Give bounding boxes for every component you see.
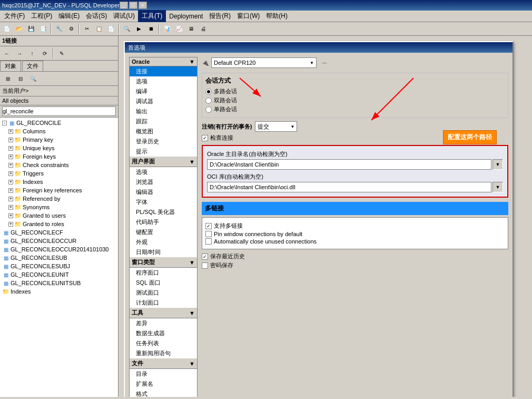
nav-group-oracle[interactable]: Oracle ▼ — [130, 57, 197, 66]
nav-item-ext[interactable]: 扩展名 — [130, 379, 197, 389]
toolbar-save[interactable]: 💾 — [25, 23, 37, 35]
tree-primary-key[interactable]: + 📁 Primary key — [1, 135, 117, 144]
left-btn-forward[interactable]: → — [14, 47, 25, 59]
toolbar-paste[interactable]: 📄 — [105, 23, 117, 35]
menu-window[interactable]: 窗口(W) — [234, 11, 263, 22]
close-button[interactable]: × — [139, 2, 147, 9]
expand-syn[interactable]: + — [8, 205, 13, 210]
logout-dropdown[interactable]: 提交 ▼ — [255, 121, 297, 132]
nav-item-browser[interactable]: 浏览器 — [130, 177, 197, 187]
tree-synonyms[interactable]: + 📁 Synonyms — [1, 203, 117, 211]
nav-item-tasklist[interactable]: 任务列表 — [130, 338, 197, 348]
nav-item-keymapping[interactable]: 键配置 — [130, 227, 197, 237]
nav-item-compile[interactable]: 编译 — [130, 86, 197, 96]
radio-single-session[interactable]: 单路会话 — [205, 105, 505, 113]
nav-item-test-window[interactable]: 测试面口 — [130, 288, 197, 298]
tree-table-subj[interactable]: ▦ GL_RECONCILESUBJ — [1, 262, 117, 270]
support-multi-conn-check[interactable] — [205, 223, 212, 229]
tree-table-occur[interactable]: ▦ GL_RECONCILEOCCUR — [1, 237, 117, 245]
nav-item-debugger[interactable]: 调试器 — [130, 96, 197, 106]
toolbar-save-all[interactable]: 📑 — [37, 23, 49, 35]
toolbar-btn5[interactable]: 🖥 — [185, 23, 197, 35]
expand-fk[interactable]: + — [8, 154, 13, 159]
tab-files[interactable]: 文件 — [22, 61, 43, 71]
nav-item-data-gen[interactable]: 数据生成器 — [130, 328, 197, 338]
menu-deployment[interactable]: Deployment — [166, 12, 206, 21]
nav-item-editor[interactable]: 编辑器 — [130, 187, 197, 197]
nav-group-ui[interactable]: 用户界面 ▼ — [130, 157, 197, 167]
nav-item-font[interactable]: 字体 — [130, 197, 197, 207]
tree-referenced-by[interactable]: + 📁 Referenced by — [1, 194, 117, 203]
toolbar-new[interactable]: 📄 — [1, 23, 13, 35]
tab-objects[interactable]: 对象 — [0, 61, 21, 71]
nav-item-overview[interactable]: 概览图 — [130, 126, 197, 137]
auto-close-check[interactable] — [205, 238, 212, 245]
toolbar-btn6[interactable]: 🖨 — [198, 23, 209, 35]
toolbar-run[interactable]: ▶ — [133, 23, 145, 35]
menu-edit[interactable]: 编辑(E) — [55, 11, 83, 22]
expand-pk[interactable]: + — [8, 138, 13, 142]
nav-item-login-history[interactable]: 登录历史 — [130, 137, 197, 147]
tree-indexes-extra[interactable]: 📁 Indexes — [1, 287, 117, 296]
left-btn-new[interactable]: ✎ — [56, 47, 67, 59]
oracle-home-input[interactable] — [207, 159, 491, 170]
expand-cc[interactable]: + — [8, 163, 13, 168]
nav-item-beautifier[interactable]: PL/SQL 美化器 — [130, 207, 197, 217]
nav-group-window[interactable]: 窗口类型 ▼ — [130, 257, 197, 268]
tree-granted-roles[interactable]: + 📁 Granted to roles — [1, 220, 117, 228]
nav-item-datetime[interactable]: 日期/时间 — [130, 247, 197, 257]
nav-item-ui-options[interactable]: 选项 — [130, 167, 197, 177]
toolbar-btn2[interactable]: ⚙ — [65, 23, 77, 35]
expand-root[interactable]: - — [2, 121, 7, 125]
oci-lib-input[interactable] — [207, 182, 491, 192]
minimize-button[interactable]: _ — [120, 2, 128, 9]
nav-item-connection[interactable]: 连接 — [130, 66, 197, 76]
tree-foreign-keys[interactable]: + 📁 Foreign keys — [1, 152, 117, 161]
toolbar-open[interactable]: 📂 — [13, 23, 25, 35]
menu-help[interactable]: 帮助(H) — [263, 11, 291, 22]
nav-item-appearance[interactable]: 外观 — [130, 237, 197, 247]
radio-multi-session[interactable]: 多路会话 — [205, 87, 505, 95]
left-btn-refresh[interactable]: ⟳ — [39, 47, 51, 59]
tree-columns[interactable]: + 📁 Columns — [1, 127, 117, 135]
expand-fkr[interactable]: + — [8, 188, 13, 193]
radio-dual-session[interactable]: 双路会话 — [205, 96, 505, 104]
toolbar-cut[interactable]: ✂ — [81, 23, 93, 35]
filter-btn-1[interactable]: ⊞ — [2, 73, 14, 84]
expand-rb[interactable]: + — [8, 197, 13, 201]
tree-root[interactable]: - ▦ GL_RECONCILE — [1, 119, 117, 127]
nav-item-program-window[interactable]: 程序面口 — [130, 268, 197, 278]
profile-more-btn[interactable]: ··· — [319, 57, 330, 69]
nav-item-dir[interactable]: 目录 — [130, 369, 197, 379]
menu-debug[interactable]: 调试(U) — [110, 11, 138, 22]
expand-gu[interactable]: + — [8, 213, 13, 218]
menu-report[interactable]: 报告(R) — [206, 11, 234, 22]
tree-triggers[interactable]: + 📁 Triggers — [1, 169, 117, 178]
tree-fk-references[interactable]: + 📁 Foreign key references — [1, 186, 117, 194]
expand-tr[interactable]: + — [8, 171, 13, 176]
tree-table-unitsub[interactable]: ▦ GL_RECONCILEUNITSUB — [1, 279, 117, 287]
menu-tools[interactable]: 工具(T) — [138, 10, 166, 22]
expand-uk[interactable]: + — [8, 146, 13, 151]
filter-btn-3[interactable]: 🔍 — [27, 73, 39, 84]
nav-item-plan-window[interactable]: 计划面口 — [130, 298, 197, 308]
left-btn-back[interactable]: ← — [1, 47, 13, 59]
nav-item-reuse-stmt[interactable]: 重新阅用语句 — [130, 348, 197, 358]
toolbar-find[interactable]: 🔍 — [121, 23, 133, 35]
tree-table-sub[interactable]: ▦ GL_RECONCILESUB — [1, 254, 117, 262]
tree-table-unit[interactable]: ▦ GL_RECONCILEUNIT — [1, 270, 117, 279]
menu-project[interactable]: 工程(P) — [28, 11, 55, 22]
save-history-check[interactable] — [202, 254, 208, 260]
nav-item-code-assistant[interactable]: 代码助手 — [130, 217, 197, 227]
nav-item-diff[interactable]: 差异 — [130, 318, 197, 328]
left-btn-up[interactable]: ↑ — [26, 47, 38, 59]
nav-item-sql-window[interactable]: SQL 面口 — [130, 278, 197, 288]
nav-item-trace[interactable]: 跟踪 — [130, 116, 197, 126]
expand-columns[interactable]: + — [8, 129, 13, 134]
nav-item-tips[interactable]: 提示 — [130, 147, 197, 157]
tree-unique-keys[interactable]: + 📁 Unique keys — [1, 144, 117, 152]
nav-item-format[interactable]: 格式 — [130, 389, 197, 397]
pin-window-check[interactable] — [205, 231, 212, 237]
tree-granted-users[interactable]: + 📁 Granted to users — [1, 211, 117, 220]
nav-item-options[interactable]: 选项 — [130, 76, 197, 86]
